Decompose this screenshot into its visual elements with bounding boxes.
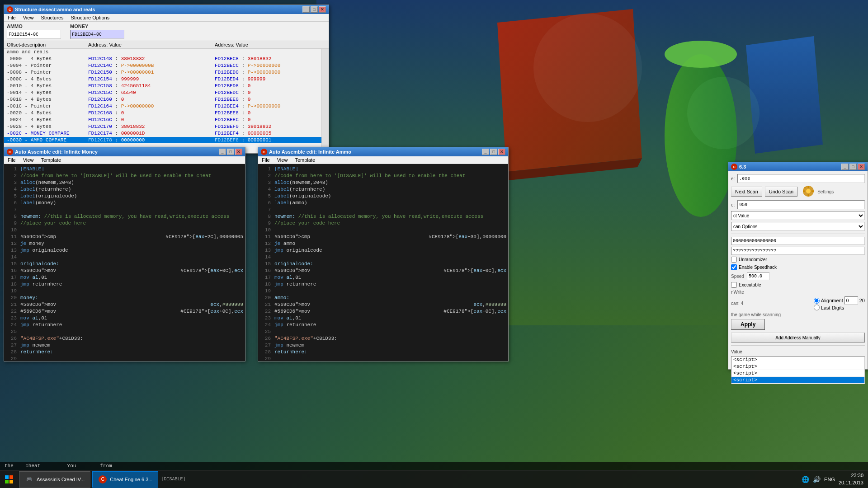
money-input[interactable]	[70, 30, 124, 39]
ce-main-title-bar: C 6.3 _ □ ✕	[728, 162, 868, 171]
line-number: 28	[6, 349, 17, 356]
ce-process-input[interactable]	[737, 174, 865, 183]
code-line: 13 jmp originalcode	[6, 247, 243, 254]
ce-minimize-btn[interactable]: _	[841, 164, 849, 170]
ammo-input[interactable]	[7, 30, 61, 39]
ammo-maximize-btn[interactable]: □	[490, 149, 497, 155]
ammo-menu-file[interactable]: File	[258, 156, 274, 164]
ammo-close-btn[interactable]: ✕	[498, 149, 505, 155]
struct-row[interactable]: -0014 - 4 Bytes FD12C15C : 65540 FD12BED…	[4, 89, 321, 96]
struct-row[interactable]: ammo and reals	[4, 49, 321, 56]
ammo-title-controls[interactable]: _ □ ✕	[482, 149, 505, 155]
ce-speed-row: Speed	[731, 272, 865, 280]
unrandomizer-checkbox[interactable]	[731, 257, 737, 263]
code-text: je money	[20, 240, 243, 247]
struct-row[interactable]: -001C - Pointer FD12C164 : P->00000000 F…	[4, 103, 321, 110]
last-digits-radio-input[interactable]	[814, 305, 820, 310]
add-address-button[interactable]: Add Address Manually	[731, 333, 865, 343]
struct-scrollbar[interactable]	[321, 49, 329, 153]
money-label: MONEY	[70, 23, 124, 29]
taskbar: 🎮 Assassin's Creed IV... C Cheat Engine …	[0, 470, 868, 488]
line-number: 21	[6, 301, 17, 308]
struct-row[interactable]: -0010 - 4 Bytes FD12C158 : 4245651184 FD…	[4, 83, 321, 89]
svg-rect-12	[803, 191, 805, 192]
ammo-minimize-btn[interactable]: _	[482, 149, 489, 155]
menu-file[interactable]: File	[4, 14, 19, 21]
speedhack-checkbox[interactable]	[731, 264, 737, 270]
row-addr2: FD12BEF0 : 38018832	[215, 124, 319, 129]
struct-row[interactable]: -0030 - AMMO COMPARE FD12C178 : 00000000…	[4, 137, 321, 144]
ce-close-btn[interactable]: ✕	[858, 164, 865, 170]
struct-row[interactable]: -0024 - 4 Bytes FD12C16C : 0 FD12BEEC : …	[4, 117, 321, 123]
code-text: je ammo	[274, 240, 506, 247]
divider-2	[731, 345, 865, 346]
apply-button[interactable]: Apply	[731, 319, 765, 330]
ce-maximize-btn[interactable]: □	[849, 164, 857, 170]
taskbar-assassins-creed-label: Assassin's Creed IV...	[37, 477, 85, 482]
struct-row[interactable]: -0020 - 4 Bytes FD12C168 : 0 FD12BEE8 : …	[4, 110, 321, 117]
minimize-btn[interactable]: _	[302, 6, 310, 13]
ammo-menu-view[interactable]: View	[274, 156, 292, 164]
line-number: 27	[6, 342, 17, 349]
struct-row[interactable]: -0018 - 4 Bytes FD12C160 : 0 FD12BEE0 : …	[4, 96, 321, 103]
struct-row[interactable]: -0028 - 4 Bytes FD12C170 : 38018832 FD12…	[4, 123, 321, 130]
struct-row[interactable]: -000C - 4 Bytes FD12C154 : 999999 FD12BE…	[4, 76, 321, 83]
settings-icon[interactable]	[802, 185, 815, 198]
money-close-btn[interactable]: ✕	[235, 149, 242, 155]
struct-row[interactable]: -0004 - Pointer FD12C14C : P->0000000B F…	[4, 62, 321, 69]
next-scan-button[interactable]: Next Scan	[731, 187, 762, 197]
ce-main-title-controls[interactable]: _ □ ✕	[841, 164, 865, 170]
value-list-item[interactable]: <script>	[731, 377, 864, 384]
executable-checkbox[interactable]	[731, 282, 737, 288]
money-menu-template[interactable]: Template	[37, 156, 65, 164]
struct-title-bar: C Structure dissect:ammo and reals _ □ ✕	[4, 5, 329, 14]
ce-scan-type-dropdown[interactable]: Exact Value ct Value	[731, 211, 865, 220]
money-menu-file[interactable]: File	[4, 156, 19, 164]
ammo-menu-template[interactable]: Template	[291, 156, 319, 164]
taskbar-cheat-engine-btn[interactable]: C Cheat Engine 6.3...	[92, 471, 158, 488]
svg-rect-13	[811, 191, 814, 192]
row-offset: -0020 - 4 Bytes	[7, 110, 88, 116]
undo-scan-button[interactable]: Undo Scan	[765, 187, 797, 197]
money-maximize-btn[interactable]: □	[227, 149, 234, 155]
value-list-item[interactable]: <script>	[731, 370, 864, 377]
code-line: 28 returnhere:	[260, 349, 506, 356]
executable-label: Executable	[739, 282, 761, 287]
struct-row[interactable]: -0000 - 4 Bytes FD12C148 : 38018832 FD12…	[4, 56, 321, 62]
ce-speedhack-hex-input[interactable]	[731, 247, 865, 255]
money-minimize-btn[interactable]: _	[219, 149, 226, 155]
ce-scan-value-input[interactable]	[737, 200, 865, 209]
title-controls[interactable]: _ □ ✕	[302, 6, 326, 13]
row-addr1: FD12C170 : 38018832	[88, 124, 215, 129]
line-number: 24	[260, 322, 271, 328]
code-text: label(returnhere)	[20, 186, 243, 193]
value-list-item[interactable]: <script>	[731, 357, 864, 363]
code-line: 25	[6, 328, 243, 335]
money-title-controls[interactable]: _ □ ✕	[219, 149, 242, 155]
ce-hex-input[interactable]	[731, 237, 865, 245]
menu-view[interactable]: View	[19, 14, 38, 21]
code-text: [ENABLE]	[20, 166, 243, 173]
close-btn[interactable]: ✕	[319, 6, 326, 13]
speed-input[interactable]	[747, 272, 769, 280]
row-addr1: FD12C168 : 0	[88, 110, 215, 116]
ce-scan-value-row: e:	[731, 200, 865, 209]
row-addr2: FD12BEEC : 0	[215, 117, 319, 122]
ce-scan-options-dropdown[interactable]: All can Options	[731, 222, 865, 231]
taskbar-assassins-creed-btn[interactable]: 🎮 Assassin's Creed IV...	[19, 471, 90, 488]
row-addr2: FD12BED4 : 999999	[215, 76, 319, 82]
menu-structure-options[interactable]: Structure Options	[67, 14, 113, 21]
start-button[interactable]	[0, 470, 18, 488]
alignment-radio-input[interactable]	[814, 298, 820, 304]
line-number: 1	[260, 166, 271, 173]
maximize-btn[interactable]: □	[311, 6, 318, 13]
money-menu-view[interactable]: View	[19, 156, 38, 164]
menu-structures[interactable]: Structures	[37, 14, 67, 21]
struct-row[interactable]: -002C - MONEY COMPARE FD12C174 : 0000001…	[4, 130, 321, 137]
row-addr1: FD12C164 : P->00000000	[88, 103, 215, 109]
line-number: 23	[6, 315, 17, 322]
value-list-item[interactable]: <script>	[731, 363, 864, 370]
alignment-group: Alignment 20 Last Digits	[814, 296, 865, 310]
alignment-value-input[interactable]	[844, 296, 858, 305]
struct-row[interactable]: -0008 - Pointer FD12C150 : P->00000001 F…	[4, 69, 321, 76]
